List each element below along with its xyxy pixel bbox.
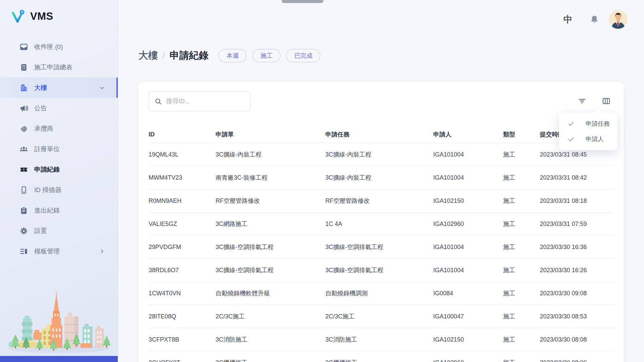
- inbox-icon: [19, 43, 28, 51]
- sidebar-item-application-records[interactable]: 申請紀錄: [0, 159, 118, 180]
- building-icon: [19, 83, 28, 92]
- sidebar-item-label: 模板管理: [34, 247, 60, 256]
- table-row[interactable]: R0MN9AEHRF空壓管路修改RF空壓管路修改IGA102150施工2023/…: [149, 189, 614, 212]
- top-notch: [282, 0, 323, 3]
- table-cell: 2023/03/31 08:45: [540, 151, 614, 158]
- table-cell: 施工: [503, 359, 540, 362]
- check-icon: [568, 120, 575, 127]
- table-cell: 3C網路施工: [216, 220, 325, 228]
- table-cell: 3CFPXT8B: [149, 336, 216, 343]
- template-icon: [19, 247, 28, 256]
- sidebar-item-label: 設置: [34, 227, 47, 235]
- table-row[interactable]: 19QML43L3C擴線-內裝工程3C擴線-內裝工程IGA101004施工202…: [149, 143, 614, 166]
- table-cell: MWM4TV23: [149, 174, 216, 181]
- table-cell: 南青廠3C-裝修工程: [216, 174, 325, 182]
- sidebar-item-label: 收件匣 (0): [34, 43, 63, 51]
- search-input[interactable]: [166, 98, 240, 105]
- table-cell: 2023/03/30 08:06: [540, 359, 614, 362]
- sidebar-item-label: 施工申請總表: [34, 63, 72, 72]
- column-menu-item-label: 申請人: [586, 135, 604, 143]
- breadcrumb-parent[interactable]: 大樓: [139, 49, 158, 62]
- table-cell: 3C擴線-內裝工程: [216, 150, 325, 159]
- sidebar-item-inbox[interactable]: 收件匣 (0): [0, 37, 118, 57]
- table-cell: 2023/03/30 08:53: [540, 313, 614, 320]
- table-cell: 2023/03/30 16:26: [540, 267, 614, 274]
- table-cell: 施工: [503, 243, 540, 251]
- bell-icon[interactable]: [589, 14, 599, 24]
- language-switch[interactable]: 中: [564, 13, 573, 25]
- table-cell: 自動燒錄機軟體升級: [216, 289, 325, 297]
- table-cell: 2023/03/31 08:42: [540, 174, 614, 181]
- ticket-icon: [19, 165, 28, 174]
- table-cell: 施工: [503, 336, 540, 344]
- columns-icon[interactable]: [602, 97, 611, 106]
- chevron-right-icon: [98, 248, 106, 255]
- search-icon: [154, 98, 162, 105]
- table-cell: 2023/03/30 16:36: [540, 244, 614, 251]
- page-title: 申請紀錄: [169, 49, 208, 62]
- filter-pill[interactable]: 施工: [252, 49, 280, 62]
- table-cell: 3C機櫃施工: [216, 359, 325, 362]
- column-menu-item-label: 申請任務: [586, 120, 610, 128]
- table-cell: 3C消防施工: [216, 336, 325, 344]
- column-menu-item[interactable]: 申請任務: [559, 116, 617, 131]
- sidebar-item-label: 進出紀錄: [34, 206, 60, 215]
- column-header: 申請單: [216, 130, 325, 138]
- sidebar-item-settings[interactable]: 設置: [0, 221, 118, 241]
- avatar[interactable]: [609, 10, 628, 29]
- table-cell: IGA102960: [433, 359, 503, 362]
- sidebar-item-contractors[interactable]: 承攬商: [0, 118, 118, 139]
- table-cell: 3C機櫃施工: [325, 359, 433, 362]
- table-cell: 3C擴線-內裝工程: [325, 150, 433, 159]
- table-row[interactable]: MWM4TV23南青廠3C-裝修工程3C擴線-內裝工程IGA101004施工20…: [149, 166, 614, 189]
- people-icon: [19, 145, 28, 154]
- sidebar-item-announcements[interactable]: 公告: [0, 98, 118, 118]
- table-tools: [578, 97, 611, 106]
- table-cell: 1CW4T0VN: [149, 290, 216, 297]
- table-cell: 19QML43L: [149, 151, 216, 158]
- sidebar-item-id-scanner[interactable]: ID 掃描器: [0, 180, 118, 200]
- app-name: VMS: [30, 10, 53, 22]
- table-row[interactable]: 28ITE08Q2C/3C施工2C/3C施工IGA100047施工2023/03…: [149, 305, 614, 328]
- table-cell: 3C擴線-空調排氣工程: [325, 243, 433, 251]
- chevron-down-icon: [98, 84, 106, 92]
- sidebar-item-registered-units[interactable]: 註冊單位: [0, 139, 118, 159]
- table-cell: 29PVDGFM: [149, 244, 216, 251]
- table-cell: IGA101004: [433, 151, 503, 158]
- table-body: 19QML43L3C擴線-內裝工程3C擴線-內裝工程IGA101004施工202…: [149, 143, 614, 362]
- megaphone-icon: [19, 104, 28, 113]
- table-row[interactable]: 1CW4T0VN自動燒錄機軟體升級自動燒錄機調測IG0084施工2023/03/…: [149, 282, 614, 305]
- column-menu-item[interactable]: 申請人: [559, 131, 617, 147]
- table-row[interactable]: 3CHOFK0T3C機櫃施工3C機櫃施工IGA102960施工2023/03/3…: [149, 351, 614, 362]
- sidebar-item-building[interactable]: 大樓: [0, 77, 118, 98]
- table-row[interactable]: 3CFPXT8B3C消防施工3C消防施工IGA102150施工2023/03/3…: [149, 328, 614, 351]
- table-cell: 3CHOFK0T: [149, 359, 216, 362]
- table-cell: IGA101004: [433, 267, 503, 274]
- search-box: [149, 91, 251, 111]
- filter-icon[interactable]: [578, 97, 587, 106]
- table-cell: 施工: [503, 289, 540, 297]
- filter-pill[interactable]: 本週: [218, 49, 247, 62]
- sidebar-item-template-management[interactable]: 模板管理: [0, 241, 118, 261]
- table-row[interactable]: 38RDL6O73C擴線-空調排氣工程3C擴線-空調排氣工程IGA101004施…: [149, 258, 614, 282]
- table-row[interactable]: VALIE5GZ3C網路施工1C 4AIGA102960施工2023/03/31…: [149, 212, 614, 235]
- table-cell: 施工: [503, 197, 540, 205]
- table-cell: IGA100047: [433, 313, 503, 320]
- table-cell: 2023/03/30 08:08: [540, 336, 614, 343]
- breadcrumb-separator: /: [163, 51, 165, 60]
- table-row[interactable]: 29PVDGFM3C擴線-空調排氣工程3C擴線-空調排氣工程IGA101004施…: [149, 235, 614, 258]
- filter-pills: 本週施工已完成: [218, 49, 320, 62]
- table-cell: 38RDL6O7: [149, 267, 216, 274]
- table-cell: 2C/3C施工: [325, 312, 433, 320]
- table-cell: IGA101004: [433, 174, 503, 181]
- clipboard-icon: [19, 206, 28, 215]
- records-card: ID申請單申請任務申請人類型提交時間 19QML43L3C擴線-內裝工程3C擴線…: [139, 82, 624, 362]
- filter-pill[interactable]: 已完成: [286, 49, 320, 62]
- sidebar-item-access-records[interactable]: 進出紀錄: [0, 200, 118, 221]
- table-cell: IGA102150: [433, 197, 503, 204]
- sidebar-item-label: 大樓: [34, 83, 47, 92]
- sidebar-item-construction-summary[interactable]: 施工申請總表: [0, 57, 118, 77]
- table-cell: IGA102150: [433, 336, 503, 343]
- table-cell: 施工: [503, 220, 540, 228]
- table-cell: 2C/3C施工: [216, 312, 325, 320]
